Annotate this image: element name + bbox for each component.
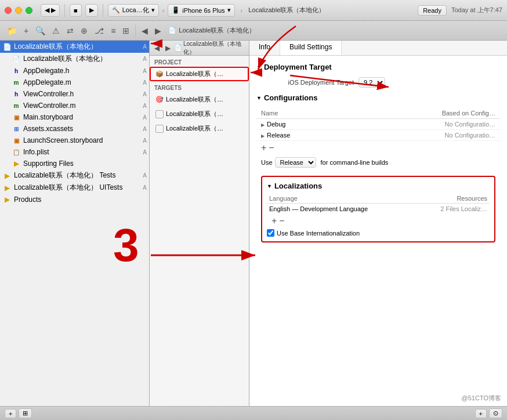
ios-deployment-select[interactable]: 9.2 xyxy=(358,77,385,88)
config-release-value: No Configuratio… xyxy=(349,130,500,141)
use-row: Use Release for command-line builds xyxy=(256,155,500,170)
datetime-text: Today at 上午7:47 xyxy=(451,6,502,15)
sidebar-item-appdelegate-h[interactable]: h AppDelegate.h A xyxy=(0,65,149,77)
config-add-remove: + − xyxy=(261,143,495,153)
loc-remove-btn[interactable]: − xyxy=(279,216,284,226)
sidebar-item-viewcontroller-h[interactable]: h ViewController.h A xyxy=(0,88,149,100)
config-row-release[interactable]: Release No Configuratio… xyxy=(256,130,500,141)
col-name: Name xyxy=(256,108,349,119)
bottom-inspector-btn[interactable]: ⊙ xyxy=(489,408,502,418)
xc-icon: ⊞ xyxy=(12,124,21,133)
scheme-name: Loca…化 xyxy=(122,6,149,15)
config-debug-value: No Configuratio… xyxy=(349,119,500,130)
toolbar-sep xyxy=(135,24,136,37)
sidebar-label-tests: Localizable联系（本地化） Tests xyxy=(14,171,115,180)
base-internationalization-label: Use Base Internationalization xyxy=(277,230,360,237)
m-icon2: m xyxy=(12,101,21,110)
middle-target-3[interactable]: Localizable联系（… xyxy=(150,121,249,136)
base-internationalization-row: Use Base Internationalization xyxy=(267,229,490,237)
middle-project-item[interactable]: 📦 Localizable联系（… xyxy=(150,67,249,81)
close-button[interactable] xyxy=(5,7,12,14)
folder-icon-btn[interactable]: 📁 xyxy=(5,25,19,37)
folder-icon2: ▶ xyxy=(12,159,21,168)
sidebar-item-viewcontroller-m[interactable]: m ViewController.m A xyxy=(0,100,149,111)
sidebar-item-launch-story[interactable]: ▣ LaunchScreen.storyboard A xyxy=(0,135,149,146)
tab-build-settings[interactable]: Build Settings xyxy=(280,41,342,55)
add-file-btn[interactable]: + xyxy=(21,25,31,37)
sidebar-item-localizable-sub[interactable]: 📄 Localizable联系（本地化） A xyxy=(0,53,149,65)
tab-info[interactable]: Info xyxy=(249,41,280,55)
traffic-lights xyxy=(5,7,32,14)
diff-btn[interactable]: ⇄ xyxy=(64,25,76,37)
search-btn[interactable]: 🔍 xyxy=(33,25,48,37)
config-remove-btn[interactable]: − xyxy=(269,143,274,153)
bottom-bar: + ⊞ + ⊙ xyxy=(0,406,507,420)
middle-target-1[interactable]: 🎯 Localizable联系（… xyxy=(150,92,249,107)
loc-add-btn[interactable]: + xyxy=(271,216,277,226)
run-button[interactable]: ▶ xyxy=(85,4,98,17)
main-area: 📄 Localizable联系（本地化） A 📄 Localizable联系（本… xyxy=(0,41,507,406)
sidebar-item-assets[interactable]: ⊞ Assets.xcassets A xyxy=(0,123,149,135)
ios-deployment-row: iOS Deployment Target 9.2 xyxy=(256,77,500,88)
middle-target-3-label: Localizable联系（… xyxy=(166,124,223,133)
device-selector[interactable]: 📱 iPhone 6s Plus ▾ xyxy=(168,4,234,17)
m-icon: m xyxy=(12,78,21,87)
folder-icon4: ▶ xyxy=(2,183,12,193)
triangle-down-icon2: ▼ xyxy=(256,95,262,101)
stop-button[interactable]: ■ xyxy=(70,4,82,17)
toolbar-breadcrumb: 📄 Localizable联系（本地化） xyxy=(168,26,255,35)
minimize-button[interactable] xyxy=(15,7,22,14)
config-add-btn[interactable]: + xyxy=(261,143,266,153)
nav-right-btn[interactable]: ▶ xyxy=(153,25,164,37)
use-select[interactable]: Release xyxy=(275,157,316,168)
middle-nav-right[interactable]: ▶ xyxy=(163,43,173,53)
back-forward-buttons[interactable]: ◀▶ xyxy=(41,4,60,17)
configurations-table: Name Based on Config… Debug No Configura… xyxy=(256,108,500,141)
sidebar-label-vc-m: ViewController.m xyxy=(23,102,75,110)
badge: A xyxy=(143,44,147,50)
sidebar-item-localizable-selected[interactable]: 📄 Localizable联系（本地化） A xyxy=(0,41,149,53)
sidebar-item-label: Localizable联系（本地化） xyxy=(14,42,97,52)
loc-row-english[interactable]: English — Development Language 2 Files L… xyxy=(267,204,490,215)
sidebar-item-info-plist[interactable]: 📋 Info.plist A xyxy=(0,146,149,158)
badge4: A xyxy=(143,79,147,86)
sidebar-item-appdelegate-m[interactable]: m AppDelegate.m A xyxy=(0,77,149,88)
sidebar-item-tests[interactable]: ▶ Localizable联系（本地化） Tests A xyxy=(0,169,149,182)
sidebar-label-launch: LaunchScreen.storyboard xyxy=(23,136,103,144)
maximize-button[interactable] xyxy=(26,7,32,14)
nav-left-btn[interactable]: ◀ xyxy=(139,25,150,37)
configurations-title-text: Configurations xyxy=(264,93,317,102)
middle-target-2[interactable]: Localizable联系（… xyxy=(150,107,249,121)
sidebar-item-main-storyboard[interactable]: ▣ Main.storyboard A xyxy=(0,111,149,123)
bottom-add-btn[interactable]: + xyxy=(5,409,16,418)
branch-btn[interactable]: ⎇ xyxy=(92,25,106,37)
use-label: Use xyxy=(261,159,273,166)
bottom-filter-btn[interactable]: ⊞ xyxy=(19,408,32,418)
triangle-down-icon3: ▼ xyxy=(267,183,272,189)
config-row-debug[interactable]: Debug No Configuratio… xyxy=(256,119,500,130)
list-btn[interactable]: ≡ xyxy=(108,25,118,37)
separator-gt2: › xyxy=(241,7,243,14)
separator2 xyxy=(103,4,103,17)
sidebar-label-assets: Assets.xcassets xyxy=(23,125,73,133)
configurations-section: ▼ Configurations Name Based on Config… xyxy=(256,93,500,170)
file-icon2: 📄 xyxy=(12,55,21,64)
sidebar-label-vc-h: ViewController.h xyxy=(23,90,74,98)
middle-nav-left[interactable]: ◀ xyxy=(152,43,162,53)
base-internationalization-checkbox[interactable] xyxy=(267,229,274,237)
grid-btn[interactable]: ⊞ xyxy=(120,25,132,37)
scheme-selector[interactable]: 🔨 Loca…化 ▾ xyxy=(108,4,159,17)
sidebar: 📄 Localizable联系（本地化） A 📄 Localizable联系（本… xyxy=(0,41,150,406)
target-icon-2 xyxy=(155,110,164,118)
deployment-title-text: Deployment Target xyxy=(264,63,332,71)
bottom-add2-btn[interactable]: + xyxy=(475,409,487,418)
sidebar-item-products[interactable]: ▶ Products xyxy=(0,194,149,205)
warning-btn[interactable]: ⚠ xyxy=(50,25,62,37)
sidebar-label-supporting: Supporting Files xyxy=(23,160,74,168)
bookmark-btn[interactable]: ⊕ xyxy=(78,25,90,37)
titlebar: ◀▶ ■ ▶ 🔨 Loca…化 ▾ › 📱 iPhone 6s Plus ▾ ›… xyxy=(0,0,507,21)
sidebar-item-uitests[interactable]: ▶ Localizable联系（本地化） UITests A xyxy=(0,182,149,194)
sidebar-label-sub: Localizable联系（本地化） xyxy=(23,54,107,64)
sidebar-item-supporting-files[interactable]: ▶ Supporting Files xyxy=(0,158,149,169)
configurations-section-title: ▼ Configurations xyxy=(256,93,500,102)
